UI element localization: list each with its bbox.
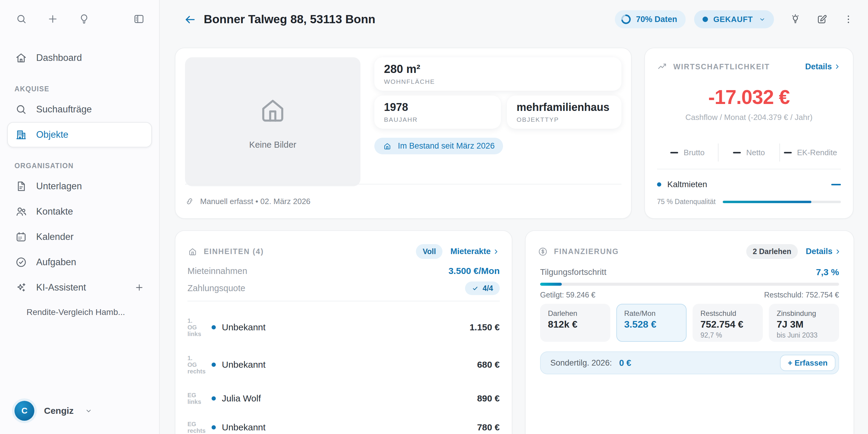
status-dot bbox=[703, 17, 708, 22]
unit-row[interactable]: EGlinks Julia Wolf 890 € bbox=[187, 386, 500, 410]
area-value: 280 m² bbox=[384, 63, 612, 76]
stat-value: 3.528 € bbox=[624, 319, 679, 330]
stat-sub: 92,7 % bbox=[701, 331, 755, 339]
ownership-badge-label: Im Bestand seit März 2026 bbox=[398, 141, 495, 151]
sidebar-item-label: Objekte bbox=[36, 129, 68, 140]
legend-label: Brutto bbox=[684, 148, 704, 157]
collapse-series-button[interactable] bbox=[831, 184, 841, 185]
plus-icon bbox=[134, 283, 144, 292]
chevron-down-icon bbox=[84, 407, 93, 415]
unit-row[interactable]: EGrechts Unbekannt 780 € bbox=[187, 415, 500, 434]
add-special-repayment-button[interactable]: + Erfassen bbox=[780, 355, 835, 371]
type-label: OBJEKTTYP bbox=[517, 116, 612, 123]
income-label: Mieteinnahmen bbox=[187, 266, 247, 276]
fact-area: 280 m² WOHNFLÄCHE bbox=[374, 57, 621, 91]
units-header: EINHEITEN (4) Voll Mieterakte bbox=[187, 244, 500, 259]
avatar: C bbox=[14, 401, 34, 421]
sidebar-item-unterlagen[interactable]: Unterlagen bbox=[7, 174, 152, 199]
more-menu-button[interactable] bbox=[843, 13, 854, 25]
edit-icon bbox=[816, 13, 828, 25]
stat-label: Restschuld bbox=[701, 309, 755, 318]
chevron-down-icon bbox=[758, 16, 766, 23]
sidebar-item-kontakte[interactable]: Kontakte bbox=[7, 199, 152, 224]
property-card: Keine Bilder 280 m² WOHNFLÄCHE 1978 BAUJ… bbox=[175, 48, 632, 219]
mieterakte-link[interactable]: Mieterakte bbox=[450, 247, 500, 256]
stat-box-restschuld[interactable]: Restschuld 752.754 € 92,7 % bbox=[692, 304, 763, 342]
stat-box-darlehen[interactable]: Darlehen 812k € bbox=[540, 304, 610, 342]
unit-row[interactable]: 1.OGrechts Unbekannt 680 € bbox=[187, 352, 500, 377]
no-images-label: Keine Bilder bbox=[249, 140, 296, 150]
divider bbox=[187, 301, 500, 301]
sidebar-item-kalender[interactable]: Kalender bbox=[7, 224, 152, 250]
series-dot bbox=[657, 182, 661, 187]
edit-button[interactable] bbox=[816, 13, 828, 25]
search-button[interactable] bbox=[16, 13, 27, 25]
progress-ring-icon bbox=[621, 14, 631, 24]
collapse-sidebar-button[interactable] bbox=[133, 13, 145, 25]
repayment-value: 7,3 % bbox=[816, 267, 839, 277]
sidebar-toolbar bbox=[0, 0, 159, 27]
unit-row[interactable]: 1.OGlinks Unbekannt 1.150 € bbox=[187, 315, 500, 339]
users-icon bbox=[15, 206, 27, 218]
header-icon-buttons bbox=[789, 13, 854, 25]
repayment-progress-track bbox=[540, 283, 839, 286]
legend-dash bbox=[784, 152, 792, 153]
status-dropdown[interactable]: GEKAUFT bbox=[694, 10, 774, 28]
lightbulb-icon bbox=[79, 13, 90, 25]
type-value: mehrfamilienhaus bbox=[517, 101, 612, 114]
stat-value: 752.754 € bbox=[701, 319, 755, 330]
unit-status-dot bbox=[212, 396, 216, 401]
finance-details-link[interactable]: Details bbox=[806, 247, 841, 256]
sidebar-section-organisation: ORGANISATION bbox=[14, 162, 145, 170]
fact-year: 1978 BAUJAHR bbox=[374, 96, 501, 129]
add-assistant-button[interactable] bbox=[134, 283, 144, 292]
legend-item-ek-rendite: EK-Rendite bbox=[779, 144, 841, 161]
stat-box-zinsbindung[interactable]: Zinsbindung 7J 3M bis Juni 2033 bbox=[769, 304, 839, 342]
ideas-button[interactable] bbox=[79, 13, 90, 25]
building-icon bbox=[15, 129, 27, 141]
sidebar-item-recent-chat[interactable]: Rendite-Vergleich Hamb... bbox=[7, 300, 152, 317]
unit-tenant: Julia Wolf bbox=[222, 393, 261, 404]
unit-rent: 680 € bbox=[477, 360, 500, 370]
sidebar-item-label: Dashboard bbox=[36, 53, 82, 63]
sidebar-section-akquise: AKQUISE bbox=[14, 85, 145, 93]
back-button[interactable] bbox=[184, 13, 196, 26]
header-actions: 70% Daten GEKAUFT bbox=[615, 10, 854, 28]
repayment-progress-fill bbox=[540, 283, 562, 286]
insights-button[interactable] bbox=[789, 13, 801, 25]
cashflow-block: -17.032 € Cashflow / Monat (-204.379 € /… bbox=[645, 86, 853, 122]
finance-header: FINANZIERUNG 2 Darlehen Details bbox=[538, 244, 841, 259]
sidebar-item-suchauftraege[interactable]: Suchaufträge bbox=[7, 97, 152, 122]
remaining-label: Restschuld: 752.754 € bbox=[764, 290, 839, 299]
property-source-label: Manuell erfasst • 02. März 2026 bbox=[200, 197, 310, 206]
repayment-progress-row: Tilgungsfortschritt 7,3 % bbox=[540, 267, 839, 277]
plus-icon bbox=[47, 13, 59, 25]
create-new-button[interactable] bbox=[47, 13, 59, 25]
currency-circle-icon bbox=[538, 247, 548, 257]
unit-rent: 890 € bbox=[477, 393, 500, 404]
image-placeholder[interactable]: Keine Bilder bbox=[185, 57, 361, 186]
sidebar-item-aufgaben[interactable]: Aufgaben bbox=[7, 250, 152, 275]
unit-rent: 780 € bbox=[477, 422, 500, 433]
sidebar-item-label: Kontakte bbox=[36, 206, 73, 217]
sidebar-item-label: KI-Assistent bbox=[36, 282, 86, 293]
economics-details-link[interactable]: Details bbox=[805, 62, 841, 71]
stat-box-rate[interactable]: Rate/Mon 3.528 € bbox=[616, 304, 687, 342]
unit-tenant: Unbekannt bbox=[222, 422, 266, 433]
unit-status-dot bbox=[212, 325, 216, 330]
unit-floor: 1.OGlinks bbox=[187, 317, 206, 337]
legend-label: EK-Rendite bbox=[797, 148, 837, 157]
user-menu[interactable]: C Cengiz bbox=[0, 390, 159, 434]
paid-label: Getilgt: 59.246 € bbox=[540, 290, 595, 299]
property-source: Manuell erfasst • 02. März 2026 bbox=[185, 184, 621, 218]
app-root: Dashboard AKQUISE Suchaufträge Objekte O… bbox=[0, 0, 868, 434]
sidebar-item-objekte[interactable]: Objekte bbox=[7, 122, 152, 147]
series-label: Kaltmieten bbox=[667, 180, 707, 189]
house-icon bbox=[383, 142, 392, 151]
sidebar-item-ki-assistent[interactable]: KI-Assistent bbox=[7, 275, 152, 300]
panel-left-icon bbox=[133, 13, 145, 25]
sidebar-item-dashboard[interactable]: Dashboard bbox=[7, 45, 152, 70]
sidebar: Dashboard AKQUISE Suchaufträge Objekte O… bbox=[0, 0, 160, 434]
details-label: Details bbox=[806, 247, 832, 256]
data-quality-badge[interactable]: 70% Daten bbox=[615, 10, 686, 28]
